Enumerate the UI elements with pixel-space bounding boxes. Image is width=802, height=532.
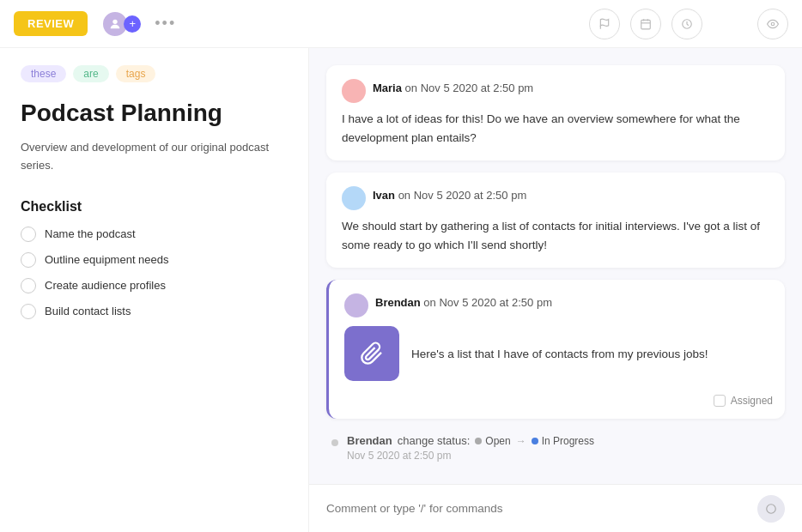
left-panel: these are tags Podcast Planning Overview…	[0, 48, 309, 532]
comment-card-ivan: Ivan on Nov 5 2020 at 2:50 pm We should …	[326, 172, 785, 268]
right-panel: Maria on Nov 5 2020 at 2:50 pm I have a …	[309, 48, 802, 532]
status-change-text: Brendan change status: Open → In Progres…	[347, 434, 785, 447]
review-button[interactable]: REVIEW	[14, 11, 88, 36]
comment-text-maria: I have a lot of ideas for this! Do we ha…	[342, 110, 769, 147]
checklist-item[interactable]: Create audience profiles	[21, 278, 288, 293]
comment-author-maria: Maria on Nov 5 2020 at 2:50 pm	[373, 82, 533, 94]
avatar-brendan	[344, 293, 368, 317]
tag-tags[interactable]: tags	[116, 65, 156, 82]
svg-rect-2	[641, 20, 651, 28]
assigned-checkbox[interactable]	[714, 395, 726, 407]
attachment-thumbnail[interactable]	[344, 326, 399, 381]
checklist-item[interactable]: Outline equipment needs	[21, 252, 288, 268]
top-bar: REVIEW + •••	[0, 0, 802, 48]
main-layout: these are tags Podcast Planning Overview…	[0, 48, 802, 532]
checklist-radio[interactable]	[21, 252, 36, 268]
arrow-icon: →	[516, 435, 526, 447]
tag-are[interactable]: are	[73, 65, 108, 82]
flag-button[interactable]	[589, 9, 620, 39]
status-date: Nov 5 2020 at 2:50 pm	[347, 450, 785, 462]
status-from: Open	[475, 435, 510, 447]
avatar-ivan	[342, 186, 366, 210]
checklist-item[interactable]: Name the podcast	[21, 227, 288, 242]
checklist-radio[interactable]	[21, 227, 36, 242]
svg-point-7	[771, 22, 775, 26]
comment-card-brendan: Brendan on Nov 5 2020 at 2:50 pm Here's …	[326, 280, 785, 419]
add-avatar-button[interactable]: +	[124, 15, 141, 33]
comments-area: Maria on Nov 5 2020 at 2:50 pm I have a …	[309, 48, 802, 484]
tag-these[interactable]: these	[21, 65, 66, 82]
svg-point-0	[113, 19, 118, 23]
top-bar-right	[589, 9, 788, 39]
comment-input-bar	[309, 484, 802, 532]
checklist-item[interactable]: Build contact lists	[21, 304, 288, 319]
page-title: Podcast Planning	[21, 100, 288, 127]
tags-row: these are tags	[21, 65, 288, 82]
more-options-button[interactable]: •••	[155, 15, 176, 33]
attachment-row: Here's a list that I have of contacts fr…	[344, 326, 769, 381]
eye-button[interactable]	[757, 9, 788, 39]
calendar-button[interactable]	[630, 9, 661, 39]
avatar-group: +	[101, 10, 141, 38]
checklist-title: Checklist	[21, 199, 288, 215]
avatar-maria	[342, 79, 366, 103]
comment-card-maria: Maria on Nov 5 2020 at 2:50 pm I have a …	[326, 65, 785, 160]
attachment-text: Here's a list that I have of contacts fr…	[411, 345, 708, 364]
comment-author-ivan: Ivan on Nov 5 2020 at 2:50 pm	[373, 189, 526, 202]
assigned-label: Assigned	[731, 395, 773, 407]
clock-button[interactable]	[671, 9, 702, 39]
comment-author-brendan: Brendan on Nov 5 2020 at 2:50 pm	[375, 296, 552, 309]
assigned-button[interactable]: Assigned	[714, 395, 773, 407]
status-change: Brendan change status: Open → In Progres…	[326, 431, 785, 465]
svg-point-8	[767, 504, 776, 513]
status-to: In Progress	[532, 435, 594, 447]
status-dot-progress	[532, 438, 538, 444]
checklist-radio[interactable]	[21, 304, 36, 319]
status-author: Brendan	[347, 434, 392, 447]
page-description: Overview and development of our original…	[21, 139, 288, 175]
checklist: Name the podcast Outline equipment needs…	[21, 227, 288, 319]
status-dot-open	[475, 438, 482, 444]
comment-text-ivan: We should start by gathering a list of c…	[342, 217, 769, 254]
comment-input[interactable]	[326, 502, 749, 515]
checklist-radio[interactable]	[21, 278, 36, 293]
send-button[interactable]	[757, 495, 785, 523]
